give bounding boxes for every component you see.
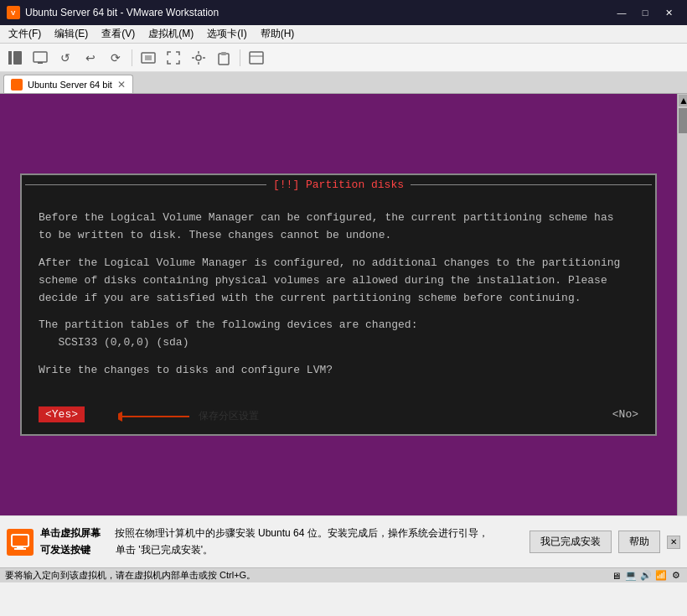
window-controls: — □ ✕: [610, 4, 680, 21]
minimize-button[interactable]: —: [610, 4, 633, 21]
scroll-up-btn[interactable]: ▲: [679, 95, 687, 106]
toolbar-clipboard-btn[interactable]: [212, 47, 235, 69]
status-text: 单击虚拟屏幕 按照在物理计算机中的步骤安装 Ubuntu 64 位。安装完成后，…: [40, 525, 523, 557]
dialog-para-3: The partition tables of the following de…: [39, 317, 638, 352]
status-line-2: 可发送按键 单击 '我已完成安装'。: [40, 542, 523, 558]
toolbar-screen-btn[interactable]: [28, 47, 52, 69]
menu-edit[interactable]: 编辑(E): [48, 25, 95, 43]
scroll-thumb[interactable]: [679, 108, 687, 133]
no-button[interactable]: <No>: [612, 408, 638, 421]
toolbar-back-btn[interactable]: ↩: [79, 47, 102, 69]
svg-rect-7: [145, 55, 152, 60]
window-title: Ubuntu Server 64 bit - VMware Workstatio…: [25, 7, 219, 18]
done-install-button[interactable]: 我已完成安装: [529, 531, 612, 553]
menu-view[interactable]: 查看(V): [95, 25, 142, 43]
vmware-icon: V: [7, 6, 20, 19]
partition-dialog: [!!] Partition disks Before the Logical …: [20, 173, 657, 435]
toolbar: ↺ ↩ ⟳: [0, 44, 687, 72]
status-line-1: 单击虚拟屏幕 按照在物理计算机中的步骤安装 Ubuntu 64 位。安装完成后，…: [40, 525, 523, 541]
toolbar-power-btn[interactable]: [3, 47, 27, 69]
help-button[interactable]: 帮助: [618, 531, 660, 553]
tab-vm-icon: [11, 79, 23, 91]
status-close-btn[interactable]: ✕: [667, 536, 680, 549]
dialog-body: Before the Logical Volume Manager can be…: [22, 196, 655, 397]
bottom-icon-speaker: 🔊: [640, 570, 652, 582]
toolbar-sync-btn[interactable]: ⟳: [104, 47, 127, 69]
dialog-title-bar: [!!] Partition disks: [22, 175, 655, 196]
status-label-2: 可发送按键: [40, 544, 90, 556]
bottom-icon-gear: ⚙: [670, 570, 682, 582]
toolbar-settings-btn[interactable]: [187, 47, 210, 69]
dialog-para-4: Write the changes to disks and configure…: [39, 362, 638, 380]
title-bar-left: V Ubuntu Server 64 bit - VMware Workstat…: [7, 6, 219, 19]
toolbar-sep-2: [240, 49, 240, 66]
vm-display-area[interactable]: [!!] Partition disks Before the Logical …: [0, 94, 687, 515]
svg-rect-3: [13, 51, 22, 65]
menu-help[interactable]: 帮助(H): [254, 25, 302, 43]
svg-rect-15: [250, 52, 263, 64]
bottom-hint-text: 要将输入定向到该虚拟机，请在虚拟机内部单击或按 Ctrl+G。: [5, 569, 256, 582]
dialog-buttons-area: <Yes> 保存分区设置 <No>: [22, 398, 655, 434]
svg-point-17: [13, 81, 20, 88]
svg-rect-20: [12, 535, 28, 546]
toolbar-sep-1: [132, 49, 132, 66]
dialog-para-1: Before the Logical Volume Manager can be…: [39, 210, 638, 245]
bottom-bar: 要将输入定向到该虚拟机，请在虚拟机内部单击或按 Ctrl+G。 🖥 💻 🔊 📶 …: [0, 567, 687, 582]
annotation-arrow-svg: [118, 408, 194, 425]
tab-ubuntu[interactable]: Ubuntu Server 64 bit ✕: [3, 75, 133, 93]
tab-close-btn[interactable]: ✕: [117, 79, 126, 91]
menu-bar: 文件(F) 编辑(E) 查看(V) 虚拟机(M) 选项卡(I) 帮助(H): [0, 25, 687, 44]
menu-file[interactable]: 文件(F): [2, 25, 48, 43]
dialog-para-2: After the Logical Volume Manager is conf…: [39, 255, 638, 307]
svg-rect-2: [8, 51, 12, 65]
bottom-icon-signal: 📶: [655, 570, 667, 582]
annotation-text: 保存分区设置: [199, 409, 259, 423]
title-bar: V Ubuntu Server 64 bit - VMware Workstat…: [0, 0, 687, 25]
svg-text:V: V: [11, 9, 16, 17]
toolbar-refresh-btn[interactable]: ↺: [54, 47, 77, 69]
maximize-button[interactable]: □: [633, 4, 657, 21]
bottom-icon-monitor: 🖥: [610, 570, 622, 582]
status-desc-1: 按照在物理计算机中的步骤安装 Ubuntu 64 位。安装完成后，操作系统会进行…: [103, 527, 488, 539]
vm-status-icon: [7, 529, 34, 556]
toolbar-view-btn[interactable]: [245, 47, 268, 69]
tab-bar: Ubuntu Server 64 bit ✕: [0, 72, 687, 94]
status-bar: 单击虚拟屏幕 按照在物理计算机中的步骤安装 Ubuntu 64 位。安装完成后，…: [0, 515, 687, 567]
bottom-icon-network: 💻: [625, 570, 637, 582]
close-button[interactable]: ✕: [657, 4, 680, 21]
svg-point-8: [196, 55, 201, 60]
svg-rect-21: [17, 546, 23, 548]
svg-rect-22: [14, 548, 26, 550]
yes-button[interactable]: <Yes>: [39, 406, 85, 422]
vertical-scrollbar[interactable]: ▲: [677, 94, 687, 515]
menu-tabs[interactable]: 选项卡(I): [200, 25, 253, 43]
tab-label: Ubuntu Server 64 bit: [28, 80, 112, 90]
main-content[interactable]: [!!] Partition disks Before the Logical …: [0, 94, 677, 515]
status-desc-2: 单击 '我已完成安装'。: [93, 544, 213, 556]
dialog-title-text: [!!] Partition disks: [273, 179, 404, 191]
bottom-icons: 🖥 💻 🔊 📶 ⚙: [610, 570, 682, 582]
annotation-container: 保存分区设置: [118, 408, 259, 425]
status-label-1: 单击虚拟屏幕: [40, 527, 101, 539]
svg-rect-4: [34, 52, 47, 62]
svg-rect-5: [38, 62, 43, 64]
svg-rect-14: [221, 52, 226, 55]
menu-vm[interactable]: 虚拟机(M): [142, 25, 200, 43]
toolbar-snapshot-btn[interactable]: [137, 47, 160, 69]
toolbar-fullscreen-btn[interactable]: [162, 47, 185, 69]
